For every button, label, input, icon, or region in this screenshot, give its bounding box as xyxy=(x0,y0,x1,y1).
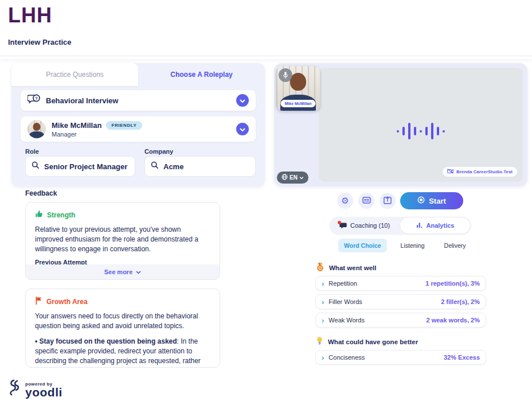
metric-value: 1 repetition(s), 3% xyxy=(425,280,480,287)
see-more-button[interactable]: See more xyxy=(26,264,220,279)
went-well-heading: What went well xyxy=(316,263,376,272)
yoodli-brand: yoodli xyxy=(25,387,62,398)
chevron-right-icon: › xyxy=(322,298,324,306)
chevron-right-icon: › xyxy=(322,280,324,287)
gear-icon: ⚙ xyxy=(341,196,349,206)
growth-title: Growth Area xyxy=(46,298,88,306)
metric-value: 2 filler(s), 2% xyxy=(441,298,480,305)
scenario-expand-button[interactable] xyxy=(236,94,249,107)
company-search-field xyxy=(144,156,256,177)
subtab-listening[interactable]: Listening xyxy=(395,239,431,252)
growth-body: Your answers need to focus directly on t… xyxy=(35,311,210,331)
chat-question-icon: ? xyxy=(28,94,40,107)
chevron-down-icon xyxy=(240,125,245,134)
subtab-word-choice[interactable]: Word Choice xyxy=(338,239,387,252)
lightbulb-icon xyxy=(316,337,323,346)
settings-button[interactable]: ⚙ xyxy=(337,193,353,209)
mic-icon[interactable] xyxy=(279,68,292,82)
feedback-heading: Feedback xyxy=(25,189,57,197)
share-button[interactable] xyxy=(380,193,396,209)
metric-row-conciseness[interactable]: › Conciseness 32% Excess xyxy=(315,350,486,365)
metric-value: 2 weak words, 2% xyxy=(426,317,480,324)
page-title: Interview Practice xyxy=(8,38,72,46)
persona-name: Mike McMillan xyxy=(52,121,101,130)
notification-dot xyxy=(338,221,341,224)
svg-text:?: ? xyxy=(35,96,38,101)
growth-bullet: • Stay focused on the question being ask… xyxy=(35,337,210,368)
analytics-bars-icon xyxy=(416,222,423,229)
scenario-label: Behavioral Interview xyxy=(46,96,118,105)
metric-row-weak-words[interactable]: › Weak Words 2 weak words, 2% xyxy=(315,313,486,328)
growth-area-card: Growth Area Your answers need to focus d… xyxy=(25,289,220,368)
persona-friendly-badge: FRIENDLY xyxy=(106,121,142,130)
chevron-right-icon: › xyxy=(322,354,324,361)
metric-row-filler-words[interactable]: › Filler Words 2 filler(s), 2% xyxy=(315,294,486,309)
roleplay-setup-panel: Practice Questions Choose A Roleplay ? B… xyxy=(11,63,265,186)
yoodli-footer-logo: powered by yoodli xyxy=(8,379,62,398)
user-name-pill: Brenda CareerStudio.Test xyxy=(443,167,517,177)
role-field-label: Role xyxy=(25,148,39,155)
company-input[interactable] xyxy=(163,162,249,171)
audio-waveform-icon xyxy=(397,123,445,139)
role-search-field xyxy=(25,156,135,177)
participant-name-pill: Mike McMillan xyxy=(280,100,315,107)
user-name-label: Brenda CareerStudio.Test xyxy=(456,169,513,174)
metric-value: 32% Excess xyxy=(444,354,480,361)
start-button[interactable]: Start xyxy=(400,192,463,209)
tab-coaching[interactable]: Coaching (10) xyxy=(330,217,400,234)
medal-icon xyxy=(316,263,324,272)
chevron-right-icon: › xyxy=(322,317,324,324)
analytics-subtabs: Word Choice Listening Delivery xyxy=(338,239,472,252)
subtab-delivery[interactable]: Delivery xyxy=(439,239,472,252)
chevron-down-icon xyxy=(299,174,304,181)
camera-off-icon xyxy=(447,169,453,175)
tab-choose-a-roleplay[interactable]: Choose A Roleplay xyxy=(138,63,265,86)
tab-analytics[interactable]: Analytics xyxy=(400,217,471,234)
captions-button[interactable] xyxy=(358,193,374,209)
chevron-down-icon xyxy=(136,268,141,275)
coaching-analytics-toggle: Coaching (10) Analytics xyxy=(330,217,471,234)
video-stage-panel: Brenda CareerStudio.Test Mike McMillan E… xyxy=(274,63,527,186)
gone-better-heading: What could have gone better xyxy=(316,337,418,346)
header-divider xyxy=(0,56,532,59)
setup-tab-bar: Practice Questions Choose A Roleplay xyxy=(11,63,265,86)
interview-practice-app: LHH Interview Practice Practice Question… xyxy=(0,0,532,405)
search-icon xyxy=(151,161,159,172)
lhh-logo: LHH xyxy=(8,3,52,28)
thumbs-up-icon xyxy=(35,210,43,220)
metric-row-repetition[interactable]: › Repetition 1 repetition(s), 3% xyxy=(315,276,486,291)
persona-card[interactable]: Mike McMillan FRIENDLY Manager xyxy=(21,116,256,142)
language-code: EN xyxy=(290,174,298,181)
persona-role: Manager xyxy=(52,131,142,138)
persona-avatar xyxy=(28,120,46,138)
record-icon xyxy=(417,196,425,205)
persona-expand-button[interactable] xyxy=(236,123,249,135)
share-icon xyxy=(384,196,392,206)
tab-practice-questions[interactable]: Practice Questions xyxy=(11,63,138,86)
strength-title: Strength xyxy=(47,211,75,219)
captions-icon xyxy=(362,197,371,205)
video-area: Brenda CareerStudio.Test xyxy=(319,68,523,182)
strength-body: Relative to your previous attempt, you'v… xyxy=(35,225,210,254)
flag-icon xyxy=(35,297,42,306)
chevron-down-icon xyxy=(240,96,245,105)
company-field-label: Company xyxy=(144,148,173,155)
coaching-chat-icon xyxy=(339,223,347,229)
language-selector[interactable]: EN xyxy=(277,172,308,184)
globe-icon xyxy=(281,174,288,181)
strength-card: Strength Relative to your previous attem… xyxy=(25,202,220,280)
role-input[interactable] xyxy=(44,162,129,171)
participant-webcam: Mike McMillan xyxy=(276,66,320,111)
scenario-card[interactable]: ? Behavioral Interview xyxy=(21,90,256,111)
search-icon xyxy=(32,161,40,172)
yoodli-logo-icon xyxy=(8,379,22,398)
